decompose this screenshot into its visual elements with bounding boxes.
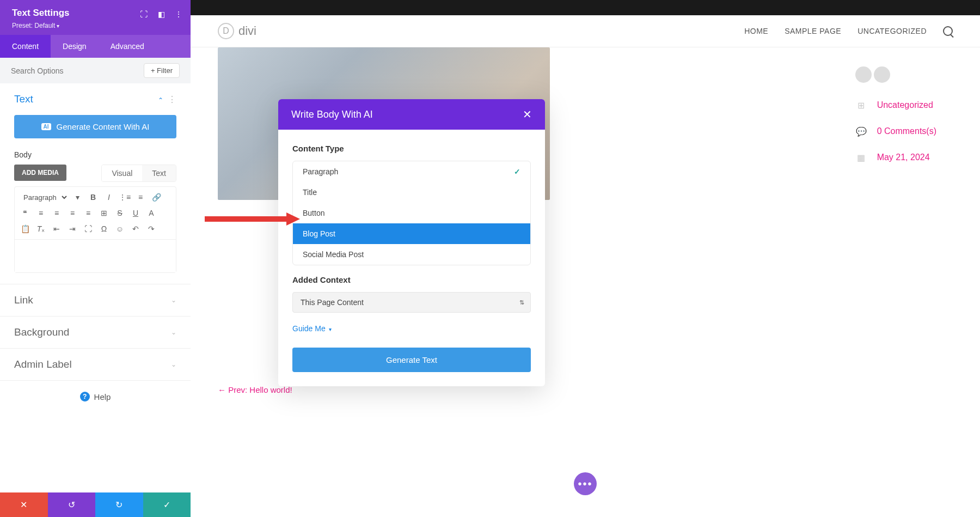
chevron-up-icon: ⌃: [158, 96, 163, 104]
author-avatars: [855, 66, 936, 83]
editor-toolbar: Paragraph ▾ B I ⋮≡ ≡ 🔗 ❝ ≡ ≡ ≡ ≡ ⊞ S: [15, 187, 176, 240]
option-paragraph[interactable]: Paragraph ✓: [293, 161, 530, 182]
section-more-icon[interactable]: ⋮: [168, 95, 176, 104]
section-admin-header[interactable]: Admin Label ⌄: [0, 349, 191, 380]
tab-content[interactable]: Content: [0, 35, 51, 58]
generate-text-button[interactable]: Generate Text: [292, 348, 531, 372]
underline-icon[interactable]: U: [128, 206, 143, 220]
sidebar-body: Text ⌃⋮ AI Generate Content With AI Body…: [0, 83, 191, 492]
bullet-list-icon[interactable]: ⋮≡: [118, 190, 132, 204]
table-icon[interactable]: ⊞: [97, 206, 111, 220]
clear-format-icon[interactable]: Tₓ: [34, 222, 48, 236]
redo-button[interactable]: ↻: [95, 492, 143, 517]
fab-button[interactable]: •••: [574, 472, 597, 495]
chevron-down-icon[interactable]: ▾: [70, 190, 84, 204]
meta-comments[interactable]: 💬 0 Comments(s): [855, 125, 936, 137]
omega-icon[interactable]: Ω: [97, 222, 111, 236]
tab-design[interactable]: Design: [51, 35, 99, 58]
cancel-button[interactable]: ✕: [0, 492, 48, 517]
modal-header: Write Body With AI ✕: [278, 99, 545, 130]
sidebar-tabs: Content Design Advanced: [0, 35, 191, 58]
chevron-down-icon: ⌄: [171, 296, 176, 304]
search-icon[interactable]: [943, 26, 953, 36]
align-justify-icon[interactable]: ≡: [81, 206, 95, 220]
sidebar-header: Text Settings Preset: Default ⛶ ◧ ⋮: [0, 0, 191, 35]
redo-icon[interactable]: ↷: [144, 222, 158, 236]
number-list-icon[interactable]: ≡: [133, 190, 148, 204]
comment-icon: 💬: [855, 125, 867, 137]
section-link: Link ⌄: [0, 284, 191, 317]
nav-uncategorized[interactable]: UNCATEGORIZED: [857, 27, 927, 35]
help-link[interactable]: ? Help: [0, 381, 191, 412]
check-icon: ✓: [514, 167, 520, 176]
paste-icon[interactable]: 📋: [18, 222, 32, 236]
visual-tab[interactable]: Visual: [102, 165, 142, 181]
generate-ai-button[interactable]: AI Generate Content With AI: [14, 115, 176, 138]
avatar[interactable]: [855, 66, 872, 83]
dock-icon[interactable]: ◧: [157, 10, 166, 19]
section-background-header[interactable]: Background ⌄: [0, 317, 191, 348]
preset-dropdown[interactable]: Preset: Default: [12, 22, 179, 29]
logo-icon: D: [218, 23, 234, 39]
modal-body: Content Type Paragraph ✓ Title Button Bl…: [278, 130, 545, 348]
option-button[interactable]: Button: [293, 203, 530, 223]
text-color-icon[interactable]: A: [144, 206, 158, 220]
grid-icon: ⊞: [855, 99, 867, 111]
editor-mode-tabs: Visual Text: [101, 165, 176, 182]
indent-icon[interactable]: ⇥: [65, 222, 79, 236]
save-button[interactable]: ✓: [143, 492, 191, 517]
option-blog-post[interactable]: Blog Post: [293, 223, 530, 244]
annotation-arrow: [205, 212, 300, 228]
content-type-label: Content Type: [292, 144, 531, 153]
context-label: Added Context: [292, 275, 531, 284]
option-title[interactable]: Title: [293, 182, 530, 203]
format-select[interactable]: Paragraph: [18, 191, 69, 204]
tab-advanced[interactable]: Advanced: [99, 35, 156, 58]
quote-icon[interactable]: ❝: [18, 206, 32, 220]
outdent-icon[interactable]: ⇤: [50, 222, 64, 236]
filter-button[interactable]: + Filter: [144, 63, 180, 78]
guide-me-link[interactable]: Guide Me: [292, 324, 332, 333]
link-icon[interactable]: 🔗: [149, 190, 163, 204]
expand-icon[interactable]: ⛶: [139, 10, 148, 19]
nav-home[interactable]: HOME: [744, 27, 768, 35]
align-center-icon[interactable]: ≡: [50, 206, 64, 220]
modal-footer: Generate Text: [278, 348, 545, 386]
italic-icon[interactable]: I: [102, 190, 116, 204]
nav-sample-page[interactable]: SAMPLE PAGE: [785, 27, 841, 35]
content-type-list: Paragraph ✓ Title Button Blog Post Socia…: [292, 161, 531, 265]
chevron-down-icon: ⌄: [171, 361, 176, 368]
context-select-wrap: This Page Content: [292, 292, 531, 313]
context-select[interactable]: This Page Content: [292, 292, 531, 313]
ai-modal: Write Body With AI ✕ Content Type Paragr…: [278, 99, 545, 386]
search-bar: + Filter: [0, 58, 191, 83]
site-logo[interactable]: D divi: [218, 23, 256, 39]
modal-title: Write Body With AI: [291, 109, 373, 120]
prev-post-link[interactable]: ← Prev: Hello world!: [218, 385, 292, 394]
undo-icon[interactable]: ↶: [128, 222, 143, 236]
search-input[interactable]: [11, 66, 138, 75]
ai-icon: AI: [41, 123, 51, 130]
undo-button[interactable]: ↺: [48, 492, 96, 517]
section-text-header[interactable]: Text ⌃⋮: [0, 83, 191, 115]
fullscreen-icon[interactable]: ⛶: [81, 222, 95, 236]
meta-category[interactable]: ⊞ Uncategorized: [855, 99, 936, 111]
avatar[interactable]: [874, 66, 890, 83]
section-link-header[interactable]: Link ⌄: [0, 284, 191, 316]
section-admin-label: Admin Label ⌄: [0, 349, 191, 381]
more-icon[interactable]: ⋮: [174, 10, 183, 19]
align-right-icon[interactable]: ≡: [65, 206, 79, 220]
add-media-button[interactable]: ADD MEDIA: [14, 165, 66, 181]
bold-icon[interactable]: B: [86, 190, 100, 204]
close-icon[interactable]: ✕: [523, 108, 532, 121]
option-social-media[interactable]: Social Media Post: [293, 244, 530, 265]
site-nav: D divi HOME SAMPLE PAGE UNCATEGORIZED: [191, 15, 980, 47]
section-background: Background ⌄: [0, 317, 191, 349]
chevron-down-icon: ⌄: [171, 329, 176, 336]
editor-textarea[interactable]: [15, 240, 176, 272]
strikethrough-icon[interactable]: S: [113, 206, 127, 220]
text-tab[interactable]: Text: [142, 165, 176, 181]
meta-date: ▦ May 21, 2024: [855, 151, 936, 163]
emoji-icon[interactable]: ☺: [113, 222, 127, 236]
align-left-icon[interactable]: ≡: [34, 206, 48, 220]
